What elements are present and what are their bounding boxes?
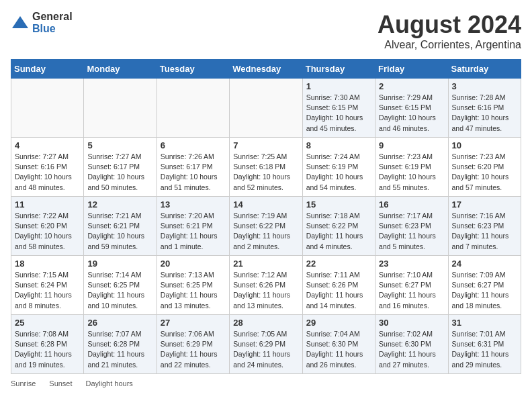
- calendar-cell: 1Sunrise: 7:30 AMSunset: 6:15 PMDaylight…: [302, 79, 375, 138]
- day-info: Sunrise: 7:27 AMSunset: 6:16 PMDaylight:…: [15, 152, 80, 193]
- week-row-4: 18Sunrise: 7:15 AMSunset: 6:24 PMDayligh…: [11, 256, 521, 315]
- day-info: Sunrise: 7:27 AMSunset: 6:17 PMDaylight:…: [87, 152, 152, 193]
- day-info: Sunrise: 7:06 AMSunset: 6:29 PMDaylight:…: [161, 329, 226, 370]
- calendar-cell: 12Sunrise: 7:21 AMSunset: 6:21 PMDayligh…: [84, 197, 157, 256]
- logo-blue: Blue: [32, 23, 73, 35]
- calendar-cell: 25Sunrise: 7:08 AMSunset: 6:28 PMDayligh…: [11, 315, 84, 374]
- day-info: Sunrise: 7:10 AMSunset: 6:27 PMDaylight:…: [379, 270, 444, 311]
- day-info: Sunrise: 7:02 AMSunset: 6:30 PMDaylight:…: [379, 329, 444, 370]
- day-number: 29: [306, 318, 371, 328]
- day-number: 28: [233, 318, 298, 328]
- calendar-cell: 31Sunrise: 7:01 AMSunset: 6:31 PMDayligh…: [448, 315, 521, 374]
- calendar-cell: 20Sunrise: 7:13 AMSunset: 6:25 PMDayligh…: [157, 256, 229, 315]
- subtitle: Alvear, Corrientes, Argentina: [378, 39, 521, 51]
- logo-general: General: [32, 11, 73, 23]
- calendar-cell: 9Sunrise: 7:23 AMSunset: 6:19 PMDaylight…: [375, 138, 448, 197]
- day-number: 26: [87, 318, 152, 328]
- day-info: Sunrise: 7:24 AMSunset: 6:19 PMDaylight:…: [306, 152, 371, 193]
- day-number: 12: [87, 199, 152, 210]
- day-number: 7: [233, 140, 298, 150]
- main-title: August 2024: [378, 11, 521, 39]
- day-number: 20: [161, 259, 226, 269]
- day-number: 23: [379, 259, 444, 269]
- calendar-cell: 23Sunrise: 7:10 AMSunset: 6:27 PMDayligh…: [375, 256, 448, 315]
- day-info: Sunrise: 7:26 AMSunset: 6:17 PMDaylight:…: [161, 152, 226, 193]
- calendar-cell: 21Sunrise: 7:12 AMSunset: 6:26 PMDayligh…: [230, 256, 302, 315]
- calendar-cell: [11, 79, 84, 138]
- day-number: 16: [379, 199, 444, 210]
- week-row-1: 1Sunrise: 7:30 AMSunset: 6:15 PMDaylight…: [11, 79, 521, 138]
- day-number: 27: [161, 318, 226, 328]
- day-info: Sunrise: 7:13 AMSunset: 6:25 PMDaylight:…: [161, 270, 226, 311]
- day-info: Sunrise: 7:23 AMSunset: 6:19 PMDaylight:…: [379, 152, 444, 193]
- calendar-cell: [230, 79, 302, 138]
- day-info: Sunrise: 7:20 AMSunset: 6:21 PMDaylight:…: [161, 211, 226, 252]
- svg-marker-0: [12, 16, 28, 28]
- calendar-cell: 22Sunrise: 7:11 AMSunset: 6:26 PMDayligh…: [302, 256, 375, 315]
- calendar-cell: 16Sunrise: 7:17 AMSunset: 6:23 PMDayligh…: [375, 197, 448, 256]
- day-info: Sunrise: 7:09 AMSunset: 6:27 PMDaylight:…: [452, 270, 517, 311]
- col-tuesday: Tuesday: [157, 60, 229, 79]
- day-info: Sunrise: 7:14 AMSunset: 6:25 PMDaylight:…: [87, 270, 152, 311]
- day-number: 3: [452, 81, 517, 91]
- calendar-cell: 30Sunrise: 7:02 AMSunset: 6:30 PMDayligh…: [375, 315, 448, 374]
- calendar-cell: 11Sunrise: 7:22 AMSunset: 6:20 PMDayligh…: [11, 197, 84, 256]
- col-sunday: Sunday: [11, 60, 84, 79]
- day-number: 11: [15, 199, 80, 210]
- day-number: 14: [233, 199, 298, 210]
- day-info: Sunrise: 7:11 AMSunset: 6:26 PMDaylight:…: [306, 270, 371, 311]
- col-saturday: Saturday: [448, 60, 521, 79]
- col-thursday: Thursday: [302, 60, 375, 79]
- day-info: Sunrise: 7:28 AMSunset: 6:16 PMDaylight:…: [452, 93, 517, 134]
- legend-daylight: Daylight hours: [86, 379, 133, 387]
- day-number: 2: [379, 81, 444, 91]
- day-info: Sunrise: 7:29 AMSunset: 6:15 PMDaylight:…: [379, 93, 444, 134]
- calendar-cell: 28Sunrise: 7:05 AMSunset: 6:29 PMDayligh…: [230, 315, 302, 374]
- calendar-cell: [84, 79, 157, 138]
- logo-icon: [11, 13, 30, 32]
- day-info: Sunrise: 7:21 AMSunset: 6:21 PMDaylight:…: [87, 211, 152, 252]
- day-info: Sunrise: 7:01 AMSunset: 6:31 PMDaylight:…: [452, 329, 517, 370]
- week-row-3: 11Sunrise: 7:22 AMSunset: 6:20 PMDayligh…: [11, 197, 521, 256]
- calendar-table: Sunday Monday Tuesday Wednesday Thursday…: [11, 59, 521, 374]
- calendar-cell: 2Sunrise: 7:29 AMSunset: 6:15 PMDaylight…: [375, 79, 448, 138]
- calendar-cell: 6Sunrise: 7:26 AMSunset: 6:17 PMDaylight…: [157, 138, 229, 197]
- col-monday: Monday: [84, 60, 157, 79]
- col-wednesday: Wednesday: [230, 60, 302, 79]
- day-number: 9: [379, 140, 444, 150]
- week-row-2: 4Sunrise: 7:27 AMSunset: 6:16 PMDaylight…: [11, 138, 521, 197]
- day-info: Sunrise: 7:17 AMSunset: 6:23 PMDaylight:…: [379, 211, 444, 252]
- day-info: Sunrise: 7:25 AMSunset: 6:18 PMDaylight:…: [233, 152, 298, 193]
- calendar-cell: 14Sunrise: 7:19 AMSunset: 6:22 PMDayligh…: [230, 197, 302, 256]
- day-info: Sunrise: 7:18 AMSunset: 6:22 PMDaylight:…: [306, 211, 371, 252]
- calendar-cell: 3Sunrise: 7:28 AMSunset: 6:16 PMDaylight…: [448, 79, 521, 138]
- calendar-cell: 7Sunrise: 7:25 AMSunset: 6:18 PMDaylight…: [230, 138, 302, 197]
- calendar-cell: 19Sunrise: 7:14 AMSunset: 6:25 PMDayligh…: [84, 256, 157, 315]
- day-info: Sunrise: 7:08 AMSunset: 6:28 PMDaylight:…: [15, 329, 80, 370]
- calendar-cell: 15Sunrise: 7:18 AMSunset: 6:22 PMDayligh…: [302, 197, 375, 256]
- day-number: 6: [161, 140, 226, 150]
- calendar-cell: 18Sunrise: 7:15 AMSunset: 6:24 PMDayligh…: [11, 256, 84, 315]
- day-number: 21: [233, 259, 298, 269]
- day-info: Sunrise: 7:05 AMSunset: 6:29 PMDaylight:…: [233, 329, 298, 370]
- day-number: 18: [15, 259, 80, 269]
- header-row: Sunday Monday Tuesday Wednesday Thursday…: [11, 60, 521, 79]
- logo-text: General Blue: [32, 11, 73, 34]
- day-number: 5: [87, 140, 152, 150]
- day-info: Sunrise: 7:07 AMSunset: 6:28 PMDaylight:…: [87, 329, 152, 370]
- calendar-cell: 17Sunrise: 7:16 AMSunset: 6:23 PMDayligh…: [448, 197, 521, 256]
- day-number: 15: [306, 199, 371, 210]
- day-number: 24: [452, 259, 517, 269]
- day-info: Sunrise: 7:30 AMSunset: 6:15 PMDaylight:…: [306, 93, 371, 134]
- day-number: 31: [452, 318, 517, 328]
- day-info: Sunrise: 7:16 AMSunset: 6:23 PMDaylight:…: [452, 211, 517, 252]
- legend-area: Sunrise Sunset Daylight hours: [11, 379, 521, 387]
- calendar-cell: 27Sunrise: 7:06 AMSunset: 6:29 PMDayligh…: [157, 315, 229, 374]
- day-number: 19: [87, 259, 152, 269]
- day-info: Sunrise: 7:22 AMSunset: 6:20 PMDaylight:…: [15, 211, 80, 252]
- legend-sunrise: Sunrise: [11, 379, 36, 387]
- calendar-cell: 24Sunrise: 7:09 AMSunset: 6:27 PMDayligh…: [448, 256, 521, 315]
- header: General Blue August 2024 Alvear, Corrien…: [11, 11, 521, 51]
- day-number: 22: [306, 259, 371, 269]
- day-number: 1: [306, 81, 371, 91]
